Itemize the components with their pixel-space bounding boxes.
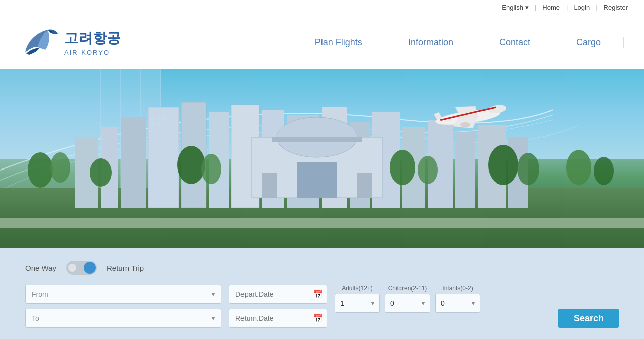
svg-point-29 <box>28 152 53 188</box>
register-link[interactable]: Register <box>598 4 634 11</box>
nav-contact[interactable]: Contact <box>476 37 553 48</box>
svg-point-38 <box>566 150 591 185</box>
language-selector[interactable]: English ▾ <box>496 4 535 11</box>
trip-type-row: One Way Return Trip <box>25 261 619 275</box>
svg-rect-19 <box>157 117 160 120</box>
trip-type-toggle[interactable] <box>66 261 97 275</box>
to-select[interactable]: To <box>25 309 221 328</box>
nav-plan-flights[interactable]: Plan Flights <box>292 37 385 48</box>
infants-label: Infants(0-2) <box>435 285 480 292</box>
logo-bird-icon <box>20 25 60 60</box>
hero-banner <box>0 69 644 248</box>
search-section: One Way Return Trip From ▼ To ▼ <box>0 248 644 339</box>
top-bar: English ▾ | Home | Login | Register <box>0 0 644 15</box>
main-nav: Plan Flights Information Contact Cargo <box>292 37 624 48</box>
date-fields: 📅 📅 <box>229 285 327 328</box>
return-date-wrapper: 📅 <box>229 309 327 328</box>
svg-point-37 <box>517 153 539 185</box>
svg-point-33 <box>201 154 221 184</box>
hero-trees <box>0 140 644 200</box>
svg-point-32 <box>177 146 205 184</box>
from-field-wrapper: From ▼ <box>25 285 221 304</box>
infants-select-wrapper: 0 1 ▼ <box>435 294 480 313</box>
depart-calendar-icon[interactable]: 📅 <box>313 290 323 299</box>
search-fields: From ▼ To ▼ 📅 📅 <box>25 285 619 328</box>
nav-information[interactable]: Information <box>385 37 476 48</box>
to-field-wrapper: To ▼ <box>25 309 221 328</box>
return-calendar-icon[interactable]: 📅 <box>313 314 323 323</box>
adults-select[interactable]: 1 2 3 <box>335 294 380 313</box>
svg-rect-22 <box>157 123 160 126</box>
one-way-label: One Way <box>25 264 56 272</box>
search-button[interactable]: Search <box>558 309 619 328</box>
children-label: Children(2-11) <box>385 285 430 292</box>
passenger-fields: Adults(12+) 1 2 3 ▼ Children(2-11) 0 1 <box>335 285 480 313</box>
route-fields: From ▼ To ▼ <box>25 285 221 328</box>
logo-english-text: AIR KORYO <box>64 49 121 56</box>
login-link[interactable]: Login <box>568 4 596 11</box>
hero-road <box>0 218 644 228</box>
svg-rect-20 <box>163 117 166 120</box>
svg-marker-44 <box>434 112 443 119</box>
infants-select[interactable]: 0 1 <box>435 294 480 313</box>
infants-field: Infants(0-2) 0 1 ▼ <box>435 285 480 313</box>
svg-point-36 <box>488 145 518 185</box>
logo-korean-text: 고려항공 <box>64 29 121 48</box>
svg-rect-18 <box>151 117 154 120</box>
return-trip-label: Return Trip <box>107 264 144 272</box>
svg-point-0 <box>50 31 52 33</box>
nav-cargo[interactable]: Cargo <box>553 37 624 48</box>
return-date-input[interactable] <box>229 309 327 328</box>
svg-point-34 <box>390 150 415 185</box>
children-field: Children(2-11) 0 1 2 ▼ <box>385 285 430 313</box>
adults-field: Adults(12+) 1 2 3 ▼ <box>335 285 380 313</box>
svg-point-31 <box>90 158 112 187</box>
depart-date-wrapper: 📅 <box>229 285 327 304</box>
from-select[interactable]: From <box>25 285 221 304</box>
svg-point-46 <box>460 122 470 127</box>
adults-label: Adults(12+) <box>335 285 380 292</box>
adults-select-wrapper: 1 2 3 ▼ <box>335 294 380 313</box>
svg-point-35 <box>418 156 438 184</box>
header: 고려항공 AIR KORYO Plan Flights Information … <box>0 15 644 69</box>
home-link[interactable]: Home <box>536 4 566 11</box>
children-select-wrapper: 0 1 2 ▼ <box>385 294 430 313</box>
hero-airplane <box>428 97 508 137</box>
svg-point-30 <box>50 152 70 183</box>
depart-date-input[interactable] <box>229 285 327 304</box>
children-select[interactable]: 0 1 2 <box>385 294 430 313</box>
logo[interactable]: 고려항공 AIR KORYO <box>20 25 121 60</box>
svg-rect-21 <box>151 123 154 126</box>
svg-point-39 <box>594 157 614 185</box>
